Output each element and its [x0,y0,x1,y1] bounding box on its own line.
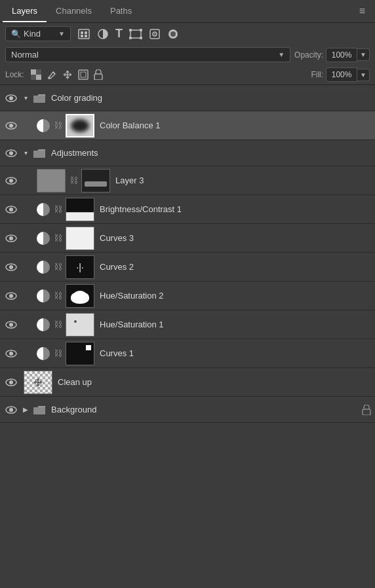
visibility-icon[interactable] [4,94,18,102]
toolbar-kind: 🔍 Kind ▼ T [0,23,375,45]
chain-icon: ⛓ [52,233,63,243]
visibility-icon[interactable] [4,206,18,213]
layer-row[interactable]: ⛓ Brightness/Contrast 1 [0,195,375,224]
tab-layers[interactable]: Layers [3,1,47,22]
layer-row[interactable]: ▾ Color grading [0,85,375,111]
visibility-icon[interactable] [4,177,18,185]
layer-mask-thumbnail [81,169,110,193]
expand-arrow-icon[interactable]: ▾ [21,94,30,101]
svg-point-29 [9,151,13,155]
fill-dropdown-arrow[interactable]: ▼ [357,69,370,81]
visibility-icon[interactable] [4,122,18,130]
adjustment-layer-icon [37,318,50,331]
svg-rect-18 [36,69,41,75]
layer-thumbnail [66,284,94,308]
svg-rect-19 [31,75,36,80]
opacity-value-group: 100% ▼ [326,48,370,62]
expand-arrow-icon[interactable]: ▶ [21,406,30,413]
blend-mode-dropdown[interactable]: Normal ▼ [5,47,290,62]
text-filter-icon[interactable]: T [115,27,123,41]
visibility-icon[interactable] [4,263,18,271]
layer-row[interactable]: Clean up [0,368,375,397]
svg-point-35 [9,236,13,240]
layer-row[interactable]: ▾ Adjustments [0,140,375,166]
adjustment-layer-icon [37,347,50,360]
layer-thumbnail [66,114,94,138]
fill-value-group: 100% ▼ [326,67,370,82]
svg-rect-17 [36,75,41,80]
kind-arrow-icon: ▼ [58,30,65,37]
layer-row[interactable]: ▶ Background [0,397,375,423]
svg-rect-2 [85,31,87,34]
svg-point-20 [48,77,50,79]
svg-rect-7 [129,29,132,31]
lock-position-icon[interactable] [62,69,73,80]
chain-icon: ⛓ [52,291,63,301]
search-icon: 🔍 [11,29,21,39]
layer-name: Curves 3 [100,233,134,243]
layer-name: Adjustments [51,148,98,158]
opacity-section: Opacity: 100% ▼ [294,48,370,62]
pixel-filter-icon[interactable] [77,28,90,40]
adjustment-layer-icon [37,119,50,132]
lock-artboard-icon[interactable] [78,69,89,80]
layer-row[interactable]: ⛓ Hue/Saturation 2 [0,282,375,310]
layer-name: Curves 1 [100,348,134,358]
layer-name: Layer 3 [115,175,144,185]
folder-icon [33,93,46,103]
shape-filter-icon[interactable] [129,28,142,40]
layer-row[interactable]: ⛓ Curves 2 [0,253,375,282]
svg-point-15 [170,31,176,37]
visibility-icon[interactable] [4,149,18,157]
circle-filter-icon[interactable] [167,28,179,40]
svg-point-47 [9,352,13,356]
svg-point-27 [9,124,13,128]
layer-name: Curves 2 [100,262,134,272]
layer-thumbnail [66,342,94,365]
tab-channels[interactable]: Channels [47,1,101,22]
visibility-icon[interactable] [4,406,18,414]
tabs-bar: Layers Channels Paths ≡ [0,0,375,23]
adjustment-layer-icon [37,261,50,274]
layer-name: Color grading [51,93,102,103]
tab-paths[interactable]: Paths [101,1,141,22]
svg-point-45 [9,323,13,327]
visibility-icon[interactable] [4,321,18,329]
layer-name: Background [51,405,96,414]
visibility-icon[interactable] [4,234,18,242]
visibility-icon[interactable] [4,350,18,358]
layer-row[interactable]: ⛓ Curves 3 [0,224,375,253]
svg-point-43 [73,291,87,300]
smart-filter-icon[interactable] [149,28,161,40]
blend-mode-arrow-icon: ▼ [278,51,285,58]
fill-value[interactable]: 100% [326,67,357,82]
lock-all-icon[interactable] [94,69,103,80]
expand-arrow-icon[interactable]: ▾ [21,149,30,156]
chain-icon: ⛓ [52,320,63,329]
layer-row[interactable]: ⛓ Color Balance 1 [0,111,375,140]
svg-rect-0 [79,29,89,39]
layer-name: Hue/Saturation 1 [100,320,164,329]
opacity-dropdown-arrow[interactable]: ▼ [357,48,370,61]
fill-label: Fill: [311,70,323,79]
visibility-icon[interactable] [4,292,18,300]
lock-paint-icon[interactable] [47,69,57,80]
layer-thumbnail [37,169,66,193]
kind-dropdown[interactable]: 🔍 Kind ▼ [5,26,71,41]
adjustment-layer-icon [37,203,50,216]
layer-row[interactable]: ⛓ Layer 3 [0,166,375,195]
svg-rect-52 [363,409,370,415]
svg-rect-10 [140,37,142,39]
visibility-icon[interactable] [4,378,18,386]
blend-mode-label: Normal [11,50,275,60]
svg-point-51 [9,408,13,412]
svg-rect-4 [85,35,87,37]
layer-thumbnail [66,313,94,337]
layer-row[interactable]: ⛓ Hue/Saturation 1 [0,310,375,339]
lock-pixels-icon[interactable] [31,69,41,80]
opacity-value[interactable]: 100% [326,48,357,62]
panel-menu-icon[interactable]: ≡ [353,0,372,22]
svg-rect-9 [129,37,132,39]
layer-row[interactable]: ⛓ Curves 1 [0,339,375,368]
adjustment-filter-icon[interactable] [97,28,109,40]
